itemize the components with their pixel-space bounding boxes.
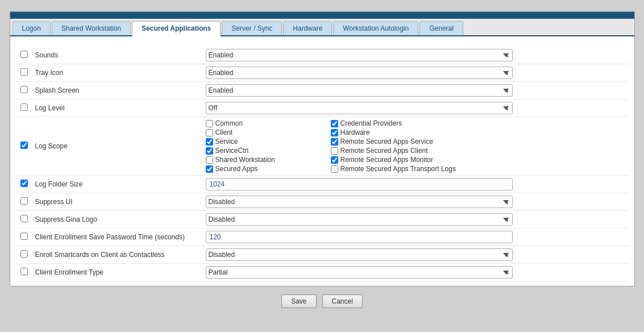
log-scope-checkbox-9[interactable] bbox=[331, 156, 338, 164]
label-log-scope: Log Scope bbox=[33, 117, 203, 176]
log-scope-item-8: Shared Workstation bbox=[206, 156, 319, 164]
row-log-folder-size: Log Folder Size bbox=[16, 176, 629, 193]
checkbox-log-scope[interactable] bbox=[20, 142, 28, 149]
log-scope-label-2: Client bbox=[215, 128, 233, 136]
value-tray-icon: EnabledDisabled bbox=[203, 64, 629, 82]
row-sounds: SoundsEnabledDisabled bbox=[16, 47, 629, 64]
row-log-level: Log LevelOffLowMediumHigh bbox=[16, 99, 629, 117]
log-scope-checkbox-8[interactable] bbox=[206, 156, 213, 164]
content-area: SoundsEnabledDisabledTray IconEnabledDis… bbox=[10, 36, 634, 286]
log-scope-item-1: Credential Providers bbox=[331, 119, 501, 127]
log-scope-label-3: Hardware bbox=[340, 128, 370, 136]
row-tray-icon: Tray IconEnabledDisabled bbox=[16, 64, 629, 82]
input-log-folder-size[interactable] bbox=[206, 178, 513, 190]
label-enroll-smartcards: Enroll Smartcards on Client as Contactle… bbox=[33, 246, 203, 264]
value-suppress-ui: DisabledEnabled bbox=[203, 193, 629, 211]
value-log-folder-size bbox=[203, 176, 629, 193]
log-scope-label-0: Common bbox=[215, 119, 243, 127]
log-scope-checkbox-7[interactable] bbox=[331, 147, 338, 155]
log-scope-label-5: Remote Secured Apps Service bbox=[340, 138, 433, 146]
log-scope-checkbox-1[interactable] bbox=[331, 120, 338, 127]
log-scope-label-11: Remote Secured Apps Transport Logs bbox=[340, 165, 456, 173]
tab-logon[interactable]: Logon bbox=[13, 21, 51, 35]
checkbox-log-folder-size[interactable] bbox=[20, 180, 28, 187]
select-tray-icon[interactable]: EnabledDisabled bbox=[206, 67, 513, 79]
label-log-level: Log Level bbox=[33, 99, 203, 117]
checkbox-log-level[interactable] bbox=[20, 103, 28, 111]
log-scope-checkbox-11[interactable] bbox=[331, 165, 338, 173]
log-scope-label-10: Secured Apps bbox=[215, 165, 258, 173]
log-scope-label-6: ServiceCtrl bbox=[215, 147, 249, 155]
header-row bbox=[16, 41, 629, 42]
log-scope-checkbox-0[interactable] bbox=[206, 120, 213, 127]
label-suppress-ui: Suppress UI bbox=[33, 193, 203, 211]
checkbox-enroll-smartcards[interactable] bbox=[20, 250, 28, 258]
select-log-level[interactable]: OffLowMediumHigh bbox=[206, 102, 513, 114]
value-log-level: OffLowMediumHigh bbox=[203, 99, 629, 117]
label-tray-icon: Tray Icon bbox=[33, 64, 203, 82]
save-button[interactable]: Save bbox=[281, 294, 316, 308]
select-sounds[interactable]: EnabledDisabled bbox=[206, 49, 513, 61]
log-scope-checkbox-5[interactable] bbox=[331, 138, 338, 146]
input-client-enrollment-save-password-time[interactable] bbox=[206, 231, 513, 243]
value-splash-screen: EnabledDisabled bbox=[203, 82, 629, 99]
tab-general[interactable]: General bbox=[419, 21, 463, 35]
checkbox-splash-screen[interactable] bbox=[20, 86, 28, 93]
log-scope-item-9: Remote Secured Apps Monitor bbox=[331, 156, 501, 164]
value-log-scope: CommonCredential ProvidersClientHardware… bbox=[203, 117, 629, 176]
log-scope-label-9: Remote Secured Apps Monitor bbox=[340, 156, 433, 164]
log-scope-item-2: Client bbox=[206, 128, 319, 136]
log-scope-item-11: Remote Secured Apps Transport Logs bbox=[331, 165, 501, 173]
log-scope-item-10: Secured Apps bbox=[206, 165, 319, 173]
checkbox-tray-icon[interactable] bbox=[20, 68, 28, 76]
value-client-enrollment-type: PartialFull bbox=[203, 264, 629, 281]
select-suppress-gina-logo[interactable]: DisabledEnabled bbox=[206, 213, 513, 226]
value-enroll-smartcards: DisabledEnabled bbox=[203, 246, 629, 264]
checkbox-client-enrollment-type[interactable] bbox=[20, 268, 28, 275]
label-splash-screen: Splash Screen bbox=[33, 82, 203, 99]
value-sounds: EnabledDisabled bbox=[203, 47, 629, 64]
tab-shared-workstation[interactable]: Shared Workstation bbox=[52, 21, 131, 35]
checkbox-sounds[interactable] bbox=[20, 51, 28, 58]
tab-hardware[interactable]: Hardware bbox=[283, 21, 332, 35]
row-suppress-ui: Suppress UIDisabledEnabled bbox=[16, 193, 629, 211]
tab-server-/-sync[interactable]: Server / Sync bbox=[222, 21, 282, 35]
value-client-enrollment-save-password-time bbox=[203, 229, 629, 246]
log-scope-item-6: ServiceCtrl bbox=[206, 147, 319, 155]
select-suppress-ui[interactable]: DisabledEnabled bbox=[206, 196, 513, 208]
log-scope-checkbox-10[interactable] bbox=[206, 165, 213, 173]
title-bar bbox=[10, 12, 634, 19]
log-scope-checkbox-2[interactable] bbox=[206, 129, 213, 136]
log-scope-checkbox-3[interactable] bbox=[331, 129, 338, 136]
label-client-enrollment-save-password-time: Client Enrollment Save Password Time (se… bbox=[33, 229, 203, 246]
log-scope-checkbox-4[interactable] bbox=[206, 138, 213, 146]
row-enroll-smartcards: Enroll Smartcards on Client as Contactle… bbox=[16, 246, 629, 264]
log-scope-label-7: Remote Secured Apps Client bbox=[340, 147, 428, 155]
log-scope-item-7: Remote Secured Apps Client bbox=[331, 147, 501, 155]
select-splash-screen[interactable]: EnabledDisabled bbox=[206, 84, 513, 97]
checkbox-suppress-ui[interactable] bbox=[20, 197, 28, 205]
log-scope-item-0: Common bbox=[206, 119, 319, 127]
checkbox-client-enrollment-save-password-time[interactable] bbox=[20, 233, 28, 240]
tabs-bar: LogonShared WorkstationSecured Applicati… bbox=[10, 19, 634, 36]
cancel-button[interactable]: Cancel bbox=[322, 294, 363, 308]
log-scope-label-8: Shared Workstation bbox=[215, 156, 275, 164]
checkbox-suppress-gina-logo[interactable] bbox=[20, 215, 28, 222]
row-log-scope: Log ScopeCommonCredential ProvidersClien… bbox=[16, 117, 629, 176]
log-scope-grid: CommonCredential ProvidersClientHardware… bbox=[206, 119, 626, 173]
log-scope-item-3: Hardware bbox=[331, 128, 501, 136]
log-scope-checkbox-6[interactable] bbox=[206, 147, 213, 155]
form-table: SoundsEnabledDisabledTray IconEnabledDis… bbox=[16, 47, 629, 281]
log-scope-label-1: Credential Providers bbox=[340, 119, 402, 127]
select-client-enrollment-type[interactable]: PartialFull bbox=[206, 266, 513, 279]
main-container: LogonShared WorkstationSecured Applicati… bbox=[10, 11, 635, 287]
log-scope-item-5: Remote Secured Apps Service bbox=[331, 138, 501, 146]
label-client-enrollment-type: Client Enrollment Type bbox=[33, 264, 203, 281]
row-splash-screen: Splash ScreenEnabledDisabled bbox=[16, 82, 629, 99]
tab-secured-applications[interactable]: Secured Applications bbox=[132, 21, 221, 36]
row-suppress-gina-logo: Suppress Gina LogoDisabledEnabled bbox=[16, 211, 629, 229]
tab-workstation-autologin[interactable]: Workstation Autologin bbox=[333, 21, 418, 35]
log-scope-label-4: Service bbox=[215, 138, 238, 146]
row-client-enrollment-save-password-time: Client Enrollment Save Password Time (se… bbox=[16, 229, 629, 246]
select-enroll-smartcards[interactable]: DisabledEnabled bbox=[206, 248, 513, 261]
